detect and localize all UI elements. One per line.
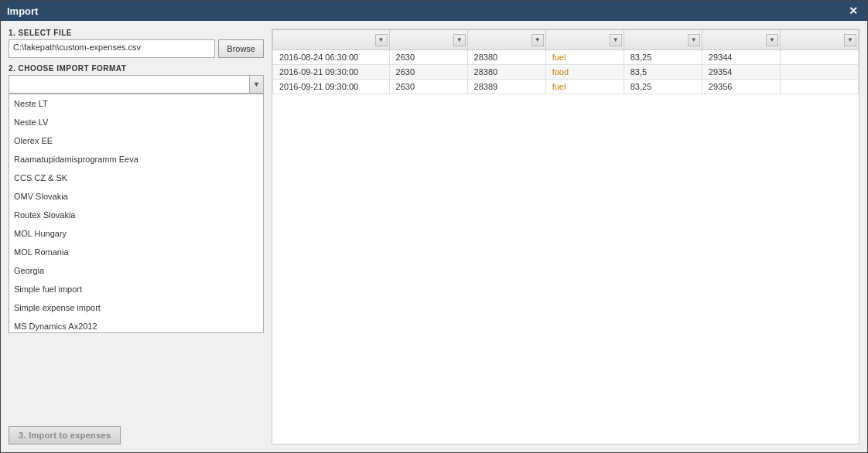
col-dropdown-7[interactable]: ▼ [844, 34, 856, 46]
format-item-ms-dynamics[interactable]: MS Dynamics Ax2012 [9, 317, 263, 333]
table-cell: 2016-09-21 09:30:00 [273, 80, 390, 94]
format-section: 2. CHOOSE IMPORT FORMAT ▼ Neste LTNeste … [9, 64, 264, 414]
format-item-neste-lv[interactable]: Neste LV [9, 113, 263, 131]
table-cell: 83,25 [624, 80, 702, 94]
table-cell: 29344 [702, 50, 780, 65]
table-cell: fuel [545, 80, 624, 94]
browse-button[interactable]: Browse [218, 39, 264, 58]
table-cell: 28380 [467, 65, 545, 80]
format-item-simple-fuel[interactable]: Simple fuel import [9, 280, 263, 298]
col-header-5: ▼ [624, 30, 702, 50]
col-dropdown-3[interactable]: ▼ [531, 34, 544, 46]
file-section-label: 1. SELECT FILE [9, 29, 264, 37]
format-item-georgia[interactable]: Georgia [9, 261, 263, 280]
close-button[interactable]: ✕ [846, 5, 861, 17]
left-panel: 1. SELECT FILE C:\fakepath\custom-expens… [9, 29, 264, 444]
format-item-neste-lt[interactable]: Neste LT [9, 94, 263, 113]
format-item-omv-slovakia[interactable]: OMV Slovakia [9, 187, 263, 206]
file-section: 1. SELECT FILE C:\fakepath\custom-expens… [9, 29, 264, 58]
preview-table: ▼ ▼ ▼ ▼ ▼ ▼ ▼ 2016-08-24 06:30:002630283… [272, 29, 859, 94]
table-cell: 83,5 [624, 65, 702, 80]
import-button[interactable]: 3. Import to expenses [9, 426, 121, 444]
dialog-body: 1. SELECT FILE C:\fakepath\custom-expens… [1, 21, 867, 452]
preview-table-wrapper: ▼ ▼ ▼ ▼ ▼ ▼ ▼ 2016-08-24 06:30:002630283… [272, 29, 859, 444]
format-item-olerex-ee[interactable]: Olerex EE [9, 131, 263, 150]
table-cell [780, 65, 858, 80]
col-header-1: ▼ [273, 30, 390, 50]
table-cell: 2016-09-21 09:30:00 [273, 65, 390, 80]
col-header-3: ▼ [467, 30, 545, 50]
table-cell: 2016-08-24 06:30:00 [273, 50, 390, 65]
table-cell: 2630 [389, 80, 467, 94]
format-item-routex-slovakia[interactable]: Routex Slovakia [9, 206, 263, 224]
format-item-mol-romania[interactable]: MOL Romania [9, 243, 263, 261]
col-dropdown-2[interactable]: ▼ [453, 34, 466, 46]
format-section-label: 2. CHOOSE IMPORT FORMAT [9, 64, 264, 73]
dialog-title: Import [7, 5, 38, 17]
table-cell: 2630 [389, 50, 467, 65]
table-cell: 28380 [467, 50, 545, 65]
format-item-raamatupida[interactable]: Raamatupidamisprogramm Eeva [9, 150, 263, 169]
preview-tbody: 2016-08-24 06:30:00263028380fuel83,25293… [273, 50, 859, 94]
table-row: 2016-09-21 09:30:00263028389fuel83,25293… [273, 80, 859, 94]
table-header-row: ▼ ▼ ▼ ▼ ▼ ▼ ▼ [273, 30, 859, 50]
table-cell: 29356 [702, 80, 780, 94]
file-path-display: C:\fakepath\custom-expenses.csv [9, 39, 215, 58]
format-list: Neste LTNeste LVOlerex EERaamatupidamisp… [9, 94, 264, 333]
col-dropdown-4[interactable]: ▼ [610, 34, 622, 46]
format-item-ccs-cz-sk[interactable]: CCS CZ & SK [9, 169, 263, 187]
dialog-titlebar: Import ✕ [1, 1, 867, 21]
col-dropdown-6[interactable]: ▼ [766, 34, 778, 46]
col-header-2: ▼ [389, 30, 467, 50]
col-dropdown-1[interactable]: ▼ [375, 34, 388, 46]
file-select-row: C:\fakepath\custom-expenses.csv Browse [9, 39, 264, 58]
format-dropdown-button[interactable]: ▼ [249, 76, 263, 93]
import-dialog: Import ✕ 1. SELECT FILE C:\fakepath\cust… [0, 0, 868, 453]
table-cell: fuel [545, 50, 624, 65]
format-search-input[interactable] [9, 76, 249, 93]
table-cell: 29354 [702, 65, 780, 80]
table-cell [780, 80, 858, 94]
table-row: 2016-08-24 06:30:00263028380fuel83,25293… [273, 50, 859, 65]
table-cell: food [545, 65, 624, 80]
table-cell [780, 50, 858, 65]
format-item-mol-hungary[interactable]: MOL Hungary [9, 224, 263, 243]
right-panel: ▼ ▼ ▼ ▼ ▼ ▼ ▼ 2016-08-24 06:30:002630283… [272, 29, 859, 444]
table-row: 2016-09-21 09:30:00263028380food83,52935… [273, 65, 859, 80]
table-cell: 2630 [389, 65, 467, 80]
table-cell: 83,25 [624, 50, 702, 65]
col-header-6: ▼ [702, 30, 780, 50]
table-cell: 28389 [467, 80, 545, 94]
col-header-4: ▼ [545, 30, 624, 50]
col-header-7: ▼ [780, 30, 858, 50]
format-item-simple-expense[interactable]: Simple expense import [9, 298, 263, 317]
col-dropdown-5[interactable]: ▼ [688, 34, 700, 46]
